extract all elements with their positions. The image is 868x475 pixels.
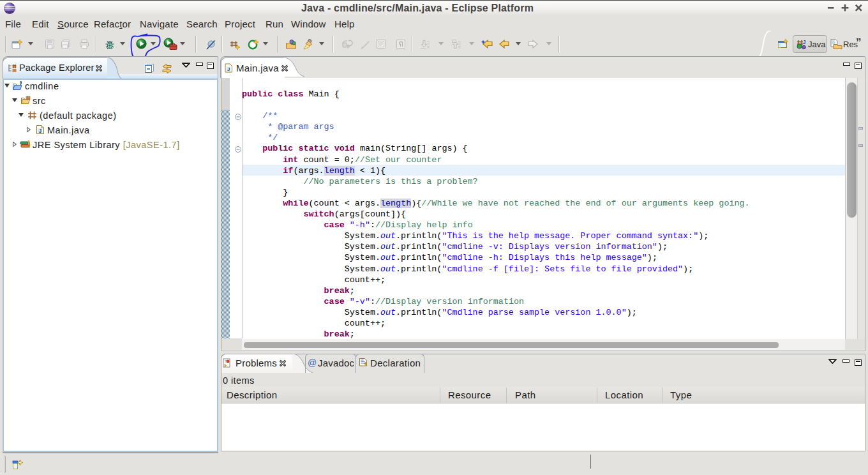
svg-text:J: J bbox=[39, 128, 42, 134]
svg-text:J: J bbox=[227, 66, 230, 72]
svg-text:J: J bbox=[803, 39, 806, 45]
